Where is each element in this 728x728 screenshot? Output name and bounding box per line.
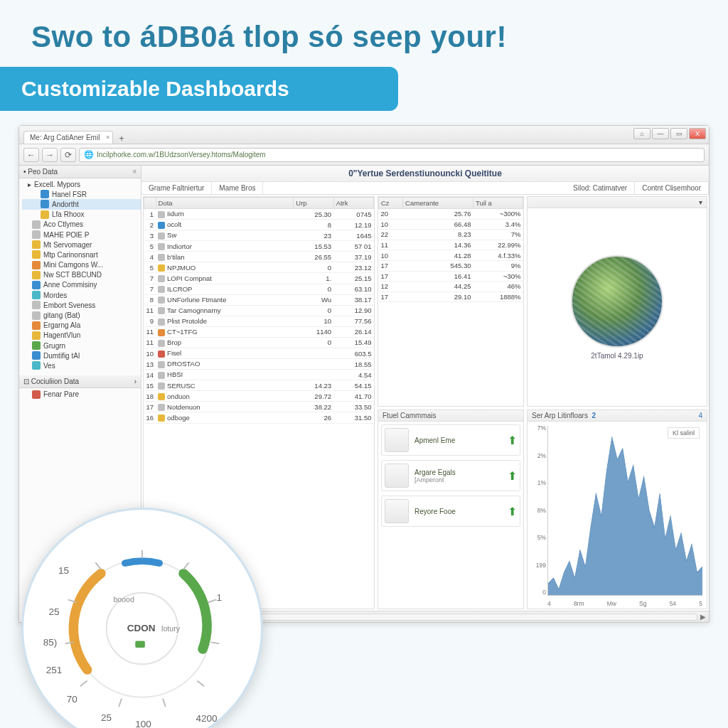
table-row[interactable]: 14HBSI4.54 xyxy=(144,370,374,380)
sidebar-item[interactable]: gitang (Bat) xyxy=(22,310,141,320)
sidebar-item-label: Nw SCT BBCUND xyxy=(43,271,102,279)
sidebar-item[interactable]: Andortht xyxy=(22,199,141,209)
gauge-side-label: lotury xyxy=(161,624,181,633)
table-row[interactable]: 11CT~1TFG114026.14 xyxy=(144,326,374,337)
sidebar-panel-header[interactable]: • Peo Data × xyxy=(19,166,141,178)
col-header[interactable]: Urp xyxy=(294,198,333,209)
sidebar-item-label: Anne Commisiny xyxy=(43,281,97,289)
sidebar-panel-title: Peo Data xyxy=(28,168,58,176)
folder-icon xyxy=(32,341,41,350)
table-row[interactable]: 15SERUSC14.2354.15 xyxy=(144,380,374,391)
table-row[interactable]: 11Brop015.49 xyxy=(144,337,374,348)
col-header[interactable]: Tuil a xyxy=(473,198,523,209)
sidebar-item[interactable]: Mt Servomager xyxy=(22,240,141,250)
sidebar-item[interactable]: Dumtifig tAl xyxy=(22,350,141,360)
sidebar-item-label: Fenar Pare xyxy=(43,390,79,398)
table-row[interactable]: 2025.76~300% xyxy=(379,209,523,220)
maximize-button[interactable]: ▭ xyxy=(670,128,687,139)
globe-pane: ▾ 2tTamol 4.29.1ip xyxy=(527,196,707,407)
table-row[interactable]: 1729.101888% xyxy=(379,291,523,302)
table-row[interactable]: 17Notdenuon38.2233.50 xyxy=(144,402,374,412)
tree-group[interactable]: ▸ Excell. Mypors xyxy=(22,180,141,189)
table-row[interactable]: 16odboge2631.50 xyxy=(144,412,374,423)
table-row[interactable]: 2ocolt812.19 xyxy=(144,220,374,230)
folder-icon xyxy=(32,230,41,239)
table-row[interactable]: 4b'tilan26.5537.19 xyxy=(144,252,374,262)
svg-line-20 xyxy=(197,680,204,686)
subtab[interactable]: Contnt Clisemhoor xyxy=(635,182,709,194)
sidebar-item[interactable]: MAHE POlE P xyxy=(22,230,141,240)
table-row[interactable]: 3Sw231645 xyxy=(144,230,374,241)
sidebar-item[interactable]: Mordes xyxy=(22,290,141,300)
table-row[interactable]: 8UNForlune FtmanteWu38.17 xyxy=(144,294,374,305)
sidebar-item[interactable]: Grugrn xyxy=(22,341,141,350)
sidebar-item-label: Grugrn xyxy=(43,342,65,350)
folder-icon xyxy=(41,200,49,208)
url-field[interactable]: 🌐 Incilphorke.com.w/1BUdzsonVersey.htoms… xyxy=(79,148,705,162)
table-row[interactable]: 9Plist Protolde1077.56 xyxy=(144,316,374,326)
sidebar-tree2: Fenar Pare xyxy=(19,388,141,404)
col-header[interactable]: Cz xyxy=(379,198,403,209)
pane-menu-icon[interactable]: ▾ xyxy=(699,198,702,206)
sidebar-panel2-header[interactable]: ⊡ Cociuliion Data › xyxy=(19,375,141,388)
table-row[interactable]: 18onduon29.7241.70 xyxy=(144,391,374,402)
table-row[interactable]: 11Tar Camognnarny012.90 xyxy=(144,305,374,316)
table-row[interactable]: 1716.41~30% xyxy=(379,271,523,282)
table-row[interactable]: 7ILCROP063.10 xyxy=(144,284,374,294)
table-row[interactable]: 7LOPI Compnat1.25.15 xyxy=(144,273,374,284)
metric-card[interactable]: Reyore Fooe⬆ xyxy=(381,496,520,527)
table-row[interactable]: 1244.2546% xyxy=(379,282,523,292)
table-row[interactable]: 1066.483.4% xyxy=(379,219,523,230)
close-icon[interactable]: × xyxy=(132,168,136,176)
forward-button[interactable]: → xyxy=(42,148,58,162)
sidebar-item[interactable]: Ergarng Ala xyxy=(22,321,141,331)
metric-card[interactable]: Apmenl Eme⬆ xyxy=(381,424,520,456)
sidebar-item[interactable]: Anne Commisiny xyxy=(22,280,141,290)
table-row[interactable]: 1Iidurn25.300745 xyxy=(144,209,374,220)
sidebar-tree: ▸ Excell. Mypors Hanel FSRAndorthtLfa Rh… xyxy=(19,178,141,375)
table-row[interactable]: 5Indiortor15.5357 01 xyxy=(144,241,374,252)
table-row[interactable]: 1041.284.f.33% xyxy=(379,250,523,261)
scroll-right-icon[interactable]: ▶ xyxy=(697,613,709,621)
minimize-button[interactable]: — xyxy=(652,128,669,139)
sidebar-item[interactable]: Mtp Carinonsnart xyxy=(22,250,141,259)
table-row[interactable]: 228.237% xyxy=(379,230,523,240)
sidebar-item[interactable]: Mini Camgons W... xyxy=(22,260,141,270)
reload-button[interactable]: ⟳ xyxy=(60,148,76,162)
subtab[interactable]: Silod: Catimatver xyxy=(566,182,635,194)
table-row[interactable]: 10Fisel603.5 xyxy=(144,348,374,359)
table-row[interactable]: 5NPJMUO023.12 xyxy=(144,262,374,273)
table-row[interactable]: 13DROSTAO18.55 xyxy=(144,359,374,370)
sidebar-item[interactable]: Embort Sveness xyxy=(22,300,141,310)
globe-caption: 2tTamol 4.29.1ip xyxy=(591,352,643,360)
home-button[interactable]: ⌂ xyxy=(633,128,651,139)
close-button[interactable]: X xyxy=(689,128,706,139)
tab-close-icon[interactable]: × xyxy=(106,134,109,141)
sidebar-item[interactable]: Ves xyxy=(22,360,141,370)
table-row[interactable]: 1114.3622.99% xyxy=(379,240,523,250)
folder-icon xyxy=(32,281,41,289)
subtab[interactable]: Grame Faltniertur xyxy=(141,182,212,194)
globe-visual[interactable] xyxy=(571,255,663,348)
table-row[interactable]: 17545.309% xyxy=(379,260,523,271)
sidebar-item[interactable]: Aco Ctlymes xyxy=(22,220,141,230)
sidebar-item[interactable]: HagentVlun xyxy=(22,331,141,341)
back-button[interactable]: ← xyxy=(23,148,39,162)
card-label: Reyore Fooe xyxy=(414,508,456,515)
svg-text:4200: 4200 xyxy=(196,713,217,724)
new-tab-button[interactable]: + xyxy=(114,134,128,144)
metric-card[interactable]: Argare Egals[Amperont⬆ xyxy=(381,460,520,491)
col-header[interactable]: Dota xyxy=(156,198,294,209)
sidebar-item[interactable]: Fenar Pare xyxy=(22,390,141,400)
sidebar-item[interactable]: Hanel FSR xyxy=(22,189,141,199)
browser-tab[interactable]: Me: Arg CatiAner Emil × xyxy=(23,131,113,144)
subtab[interactable]: Mame Bros xyxy=(212,182,263,194)
card-icon xyxy=(385,499,409,523)
col-header[interactable]: Atrk xyxy=(333,198,373,209)
chart-plot[interactable] xyxy=(547,426,702,596)
sidebar-item-label: Embort Sveness xyxy=(43,301,95,309)
sidebar-item[interactable]: Lfa Rhoox xyxy=(22,210,141,220)
section-banner: Customizable Dashboards xyxy=(0,67,398,111)
sidebar-item[interactable]: Nw SCT BBCUND xyxy=(22,270,141,280)
col-header[interactable]: Camerante xyxy=(403,198,473,209)
